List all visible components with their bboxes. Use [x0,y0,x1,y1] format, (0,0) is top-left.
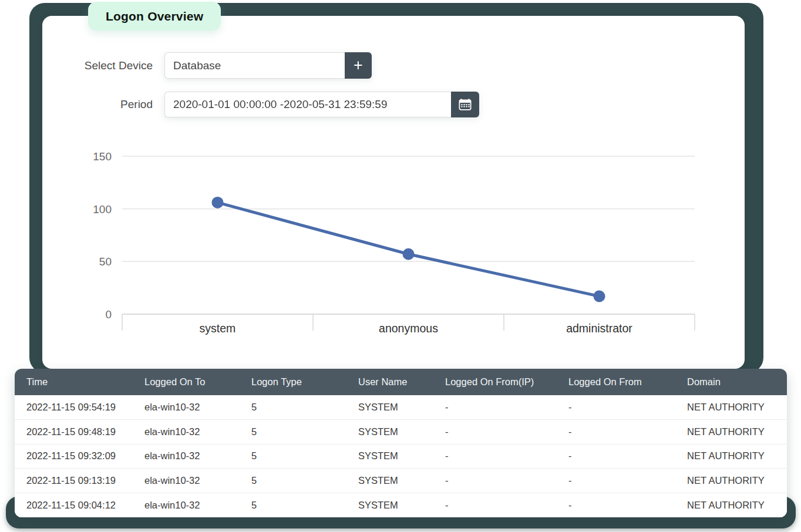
column-header: Logged On From [557,369,675,395]
svg-text:0: 0 [105,308,112,321]
column-header: Logged On To [133,369,240,395]
select-device-label: Select Device [42,59,153,72]
column-header: User Name [346,369,433,395]
table-cell: ela-win10-32 [133,469,240,493]
column-header: Logged On From(IP) [433,369,557,395]
calendar-icon [458,97,472,112]
table-cell: ela-win10-32 [133,420,240,445]
device-input-group: + [164,52,372,79]
table-cell: ela-win10-32 [133,444,240,469]
table-cell: - [557,469,675,493]
table-cell: SYSTEM [346,420,433,445]
period-row: Period [42,92,479,117]
table-row: 2022-11-15 09:32:09ela-win10-325SYSTEM--… [15,444,787,469]
table-cell: SYSTEM [346,493,433,517]
table-cell: ela-win10-32 [133,395,240,420]
table-cell: ela-win10-32 [133,493,240,517]
svg-text:administrator: administrator [566,322,632,335]
table-header: TimeLogged On ToLogon TypeUser NameLogge… [15,369,787,395]
logon-overview-screen: Select Device + Period [0,0,801,532]
table-cell: 2022-11-15 09:48:19 [15,420,133,445]
table-cell: 2022-11-15 09:32:09 [15,444,133,469]
calendar-button[interactable] [451,92,479,117]
logon-table: TimeLogged On ToLogon TypeUser NameLogge… [15,369,787,517]
table-cell: 2022-11-15 09:54:19 [15,395,133,420]
logon-table-panel: TimeLogged On ToLogon TypeUser NameLogge… [15,369,787,517]
period-label: Period [42,98,153,111]
page-title: Logon Overview [106,9,203,23]
table-cell: 5 [240,444,346,469]
select-device-row: Select Device + [42,52,372,79]
table-cell: SYSTEM [346,395,433,420]
table-cell: - [557,493,675,517]
column-header: Logon Type [240,369,346,395]
svg-text:anonymous: anonymous [379,322,438,335]
table-cell: SYSTEM [346,444,433,469]
column-header: Time [15,369,133,395]
table-cell: NET AUTHORITY [675,444,787,469]
column-header: Domain [675,369,787,395]
table-row: 2022-11-15 09:48:19ela-win10-325SYSTEM--… [15,420,787,445]
table-cell: - [433,444,557,469]
svg-text:50: 50 [99,255,112,268]
add-device-button[interactable]: + [345,52,372,79]
page-title-badge: Logon Overview [88,2,221,31]
table-cell: - [557,444,675,469]
svg-text:100: 100 [93,203,112,216]
table-cell: NET AUTHORITY [675,395,787,420]
table-row: 2022-11-15 09:04:12ela-win10-325SYSTEM--… [15,493,787,517]
logon-line-chart: 050100150systemanonymousadministrator [82,135,705,341]
table-cell: 5 [240,395,346,420]
table-cell: SYSTEM [346,469,433,493]
svg-text:150: 150 [93,150,112,163]
period-input-group [164,92,479,117]
table-cell: - [557,420,675,445]
table-cell: 2022-11-15 09:13:19 [15,469,133,493]
table-cell: - [557,395,675,420]
device-input[interactable] [164,52,345,79]
chart-card: Select Device + Period [42,16,745,369]
table-cell: 2022-11-15 09:04:12 [15,493,133,517]
plus-icon: + [354,58,363,73]
table-cell: - [433,395,557,420]
table-cell: - [433,420,557,445]
table-row: 2022-11-15 09:13:19ela-win10-325SYSTEM--… [15,469,787,493]
table-cell: 5 [240,493,346,517]
table-cell: - [433,493,557,517]
svg-text:system: system [200,322,236,335]
table-cell: 5 [240,469,346,493]
period-input[interactable] [164,92,451,117]
table-cell: - [433,469,557,493]
table-cell: NET AUTHORITY [675,493,787,517]
table-cell: 5 [240,420,346,445]
table-row: 2022-11-15 09:54:19ela-win10-325SYSTEM--… [15,395,787,420]
table-cell: NET AUTHORITY [675,420,787,445]
table-cell: NET AUTHORITY [675,469,787,493]
